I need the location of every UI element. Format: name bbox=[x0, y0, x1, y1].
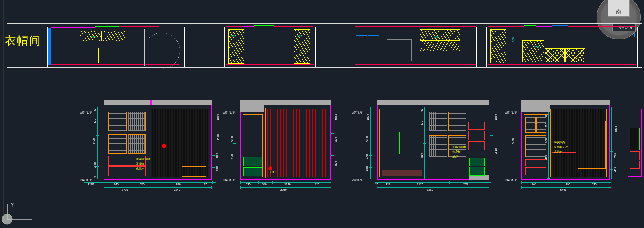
dim-v-mid bbox=[424, 107, 428, 179]
dim: 333 bbox=[386, 183, 390, 186]
dim: 560 bbox=[215, 153, 218, 158]
level-top: 2层顶.平 bbox=[352, 111, 363, 115]
level-top: 2层 顶.平 bbox=[223, 111, 235, 115]
dim: 350 bbox=[545, 138, 548, 143]
dim: 1140 bbox=[284, 183, 291, 186]
dim-bot-1 bbox=[84, 182, 216, 186]
dim: 65 bbox=[420, 109, 423, 112]
dim: 1080 bbox=[93, 162, 96, 169]
plan2-dim-l: 520 bbox=[231, 35, 236, 38]
dim: 1020 bbox=[216, 114, 219, 121]
view-cube-face-south[interactable]: 南 bbox=[608, 0, 630, 17]
dim: 550 bbox=[140, 183, 145, 186]
note: 成品柜 bbox=[554, 150, 562, 154]
dim: 765 bbox=[463, 183, 468, 186]
dim: 2470 bbox=[216, 134, 219, 141]
dim-v-mid bbox=[548, 112, 552, 178]
level-bot: 2层 地.平 bbox=[80, 178, 92, 182]
view-cube[interactable]: 南 bbox=[597, 0, 641, 19]
dim: 520 bbox=[315, 183, 319, 186]
dim: 870 bbox=[176, 183, 181, 186]
dim: 2490 bbox=[512, 138, 515, 145]
dim: 40 bbox=[93, 176, 96, 179]
note: 18E1 bbox=[270, 170, 276, 174]
dim-v bbox=[97, 107, 101, 179]
dim: 30 bbox=[204, 183, 207, 186]
dim-v bbox=[234, 107, 238, 179]
note: 18实木白 bbox=[554, 141, 565, 144]
dim: 2490 bbox=[366, 136, 368, 143]
elevation-d[interactable]: 18实木白 卡座柜 不是 成品柜 2层 顶.平 2层 地.平 2490 65 8… bbox=[509, 100, 614, 192]
dim: 1700 bbox=[122, 188, 128, 191]
dim: 550 bbox=[262, 183, 267, 186]
dim: 520 bbox=[246, 183, 251, 186]
level-top: 2层 顶.平 bbox=[80, 111, 92, 115]
dim: 2490 bbox=[231, 136, 233, 143]
dim: 490 bbox=[614, 167, 617, 172]
plan-view-3[interactable]: 400 bbox=[354, 24, 478, 68]
dim-bot-1 bbox=[375, 182, 491, 186]
dim: 1020 bbox=[335, 114, 338, 121]
plan-view-4[interactable]: 530 530 bbox=[486, 24, 639, 68]
rule-line bbox=[4, 20, 642, 20]
dim: 835 bbox=[545, 123, 548, 128]
plan4-dim-r: 530 bbox=[534, 46, 539, 49]
dim: 65 bbox=[545, 114, 548, 117]
dim: 850 bbox=[334, 161, 337, 166]
dim: 1020 bbox=[494, 114, 497, 121]
dim: 45 bbox=[93, 109, 96, 112]
plan-view-2[interactable]: 520 520 bbox=[224, 24, 317, 68]
dim: 2540 bbox=[174, 188, 180, 191]
note: 18实木板白色 bbox=[136, 158, 153, 161]
plan4-dim-l: 530 bbox=[512, 37, 515, 42]
note: 卡座柜 不是 bbox=[554, 146, 568, 149]
elevation-partial[interactable] bbox=[628, 100, 642, 192]
dim-v bbox=[370, 107, 374, 179]
dim: 1980 bbox=[427, 188, 433, 191]
dim: 3230 bbox=[88, 183, 94, 186]
cad-viewport[interactable]: 衣帽间 南 WCS 530 bbox=[0, 0, 644, 228]
elevation-b[interactable]: 18E1 2层 顶.平 2层 地.平 2490 1920 1020 560 85… bbox=[228, 100, 331, 192]
plan-view-1[interactable]: 530 bbox=[47, 24, 186, 68]
dim: 2540 bbox=[280, 188, 287, 191]
level-bot: 2层地.平 bbox=[352, 178, 363, 182]
note: 开放漆 bbox=[136, 162, 144, 166]
elevation-row: 18实木板白色 开放漆 成品柜 2层 顶.平 2层 地.平 45 835 249… bbox=[7, 100, 642, 218]
plan3-dim: 400 bbox=[434, 36, 439, 39]
dim: 910 bbox=[420, 153, 423, 158]
dim: 810 bbox=[366, 166, 368, 171]
dim: 560 bbox=[334, 137, 337, 142]
dim: 1810 bbox=[494, 148, 497, 155]
dim: 835 bbox=[93, 119, 96, 124]
dim: 850 bbox=[215, 166, 218, 171]
dim: 520 bbox=[592, 183, 597, 186]
dim: 1870 bbox=[615, 126, 617, 133]
dim: 1170 bbox=[417, 183, 423, 186]
plan1-dim: 530 bbox=[91, 36, 96, 39]
dim: 30 bbox=[375, 183, 378, 186]
ucs-y: Y bbox=[10, 201, 14, 208]
ucs-icon[interactable]: Y bbox=[2, 201, 34, 226]
dim: 450 bbox=[366, 154, 368, 159]
dim: 1020 bbox=[366, 114, 369, 121]
dim: 765 bbox=[532, 183, 536, 186]
plan-row: 530 520 520 bbox=[7, 23, 642, 68]
dim: 2490 bbox=[92, 138, 95, 145]
note: 卡座柜 bbox=[452, 150, 461, 154]
dim: 1920 bbox=[231, 154, 233, 161]
dim: 835 bbox=[420, 121, 423, 126]
dim: 2540 bbox=[560, 188, 566, 191]
dim: 410 bbox=[545, 155, 548, 160]
note: 18实木白色 bbox=[452, 146, 467, 149]
dim: 890 bbox=[566, 183, 570, 186]
note: 成品柜 bbox=[136, 167, 144, 170]
elevation-a[interactable]: 18实木板白色 开放漆 成品柜 2层 顶.平 2层 地.平 45 835 249… bbox=[84, 100, 204, 192]
dim: 740 bbox=[614, 153, 617, 158]
plan2-dim-r: 520 bbox=[297, 35, 302, 38]
note: 成品 bbox=[452, 155, 458, 158]
elevation-c[interactable]: 18实木白色 卡座柜 成品 2层顶.平 2层地.平 1020 2490 450 … bbox=[353, 100, 491, 192]
dim: 740 bbox=[114, 183, 119, 186]
dim-bot-2 bbox=[521, 187, 611, 191]
dim-bot-2 bbox=[104, 187, 212, 191]
dim-v bbox=[515, 107, 519, 179]
